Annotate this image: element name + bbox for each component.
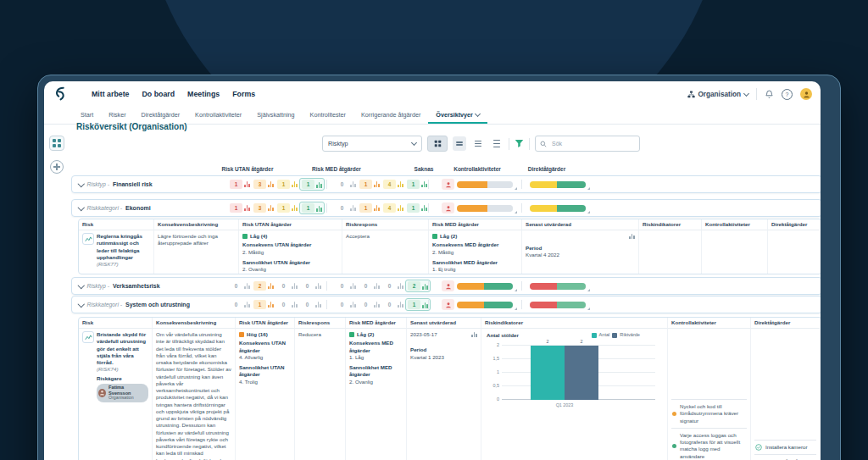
count-utan-yellow[interactable]: 1 [277,180,298,189]
subcol-respons: Riskrespons [342,219,428,230]
count-utan-red[interactable]: 1 [230,203,250,213]
count-med-green[interactable]: 2 [405,280,431,292]
tab-start[interactable]: Start [73,107,101,124]
bar-chart: 2 1,5 1 0,5 0 2 2 Q1 2023 [502,346,655,400]
tab-kontrollaktiviteter[interactable]: Kontrollaktiviteter [187,107,249,124]
risk-title[interactable]: Bristande skydd för värdefull utrustning… [97,331,146,365]
count-utan-red[interactable]: 0 [230,281,250,291]
count-utan-orange[interactable]: 3 [253,203,274,213]
group-row-finansiell-risk[interactable]: Risktyp - Finansiell risk 1 3 1 1 0 1 4 … [71,175,821,193]
history-chart-icon[interactable] [629,233,635,239]
risktyp-select[interactable]: Risktyp [322,136,422,152]
count-utan-red[interactable]: 0 [230,300,250,309]
chevron-down-icon[interactable] [78,204,85,211]
risk-title[interactable]: Reglerna kringgås rutinmässigt och leder… [97,233,142,260]
count-utan-orange[interactable]: 2 [253,281,274,291]
nav-item-forms[interactable]: Forms [232,90,255,98]
count-med-yellow[interactable]: 4 [383,203,403,213]
user-avatar[interactable] [800,88,812,100]
group-kind: Riskkategori - [87,302,123,308]
kontroll-item[interactable]: Nyckel och kod till förrådsutrymmena krä… [671,399,747,428]
count-utan-red[interactable]: 1 [230,180,250,189]
search-input[interactable] [550,140,621,147]
chevron-down-icon[interactable] [78,282,85,289]
subcol-respons: Riskrespons [294,318,345,329]
group-row-verksamhetsrisk[interactable]: Risktyp - Verksamhetsrisk 0 2 0 0 0 0 0 … [71,277,821,295]
divider [509,138,509,150]
bar-handle [587,211,590,213]
count-utan-green[interactable]: 0 [301,281,321,291]
count-utan-green[interactable]: 1 [299,178,325,191]
nav-item-meetings[interactable]: Meetings [187,90,220,98]
count-utan-orange[interactable]: 1 [253,300,274,309]
divider [428,300,429,309]
risk-trend-icon[interactable] [82,233,94,245]
chevron-down-icon[interactable] [78,180,85,187]
count-med-gray[interactable]: 0 [336,180,356,189]
count-med-gray[interactable]: 0 [336,203,356,213]
grid-icon [53,139,61,147]
subcol-risk: Risk [79,219,153,230]
filter-funnel-icon[interactable] [515,139,524,148]
count-med-yellow[interactable]: 4 [383,180,403,189]
count-med-orange[interactable]: 1 [359,180,380,189]
tab-kontrolltester[interactable]: Kontrolltester [303,107,353,124]
tab-risker[interactable]: Risker [101,107,133,124]
toolbar: Risktyp [322,136,640,152]
density-medium-button[interactable] [471,136,485,151]
nav-item-mitt-arbete[interactable]: Mitt arbete [92,90,129,98]
risk-med-cell: Låg (2) Konsekvens MED åtgärder2. Måttli… [428,230,521,274]
subcol-senast: Senast utvärderad [406,318,481,329]
primary-nav: Mitt arbete Do board Meetings Forms [92,90,255,98]
tab-direktatgarder[interactable]: Direktåtgärder [134,107,188,124]
chevron-down-icon [743,90,749,96]
count-med-green[interactable]: 1 [407,203,427,213]
count-med-orange[interactable]: 1 [359,203,380,213]
count-med-yellow[interactable]: 0 [383,281,403,291]
konsekvens-cell: Om vår värdefulla utrustning inte är til… [152,329,235,460]
count-med-orange[interactable]: 0 [359,281,380,291]
density-relaxed-button[interactable] [490,136,504,151]
bell-icon[interactable] [765,90,774,99]
count-utan-green[interactable]: 1 [299,202,325,214]
direkt-item[interactable]: Installera kameror [754,440,816,454]
history-chart-icon[interactable] [471,331,477,337]
col-header-kontrollaktiviteter: Kontrollaktiviteter [453,166,501,172]
direkt-item[interactable]: Nya kodlås på dörrarna [754,454,816,460]
kontroll-item[interactable]: Varje access loggas och fotograferas för… [671,428,747,460]
bar-riktvarde: 2 [565,346,598,400]
tab-sjalvskattning[interactable]: Självskattning [249,107,302,124]
tab-oversiktvyer[interactable]: Översiktvyer [428,107,487,124]
count-utan-yellow[interactable]: 1 [277,203,298,213]
count-med-red[interactable]: 0 [336,300,356,309]
bar-handle [515,211,517,213]
count-utan-yellow[interactable]: 0 [277,300,298,309]
help-icon[interactable]: ? [782,89,793,100]
chevron-down-icon[interactable] [78,301,85,308]
owner-chip[interactable]: Fatima Svensson Organisation [97,384,148,402]
group-view-button[interactable] [427,136,448,152]
count-med-green[interactable]: 1 [405,298,431,311]
risk-trend-icon[interactable] [82,331,94,343]
count-med-yellow[interactable]: 0 [383,300,403,309]
nav-item-do-board[interactable]: Do board [142,90,175,98]
chevron-down-icon [411,140,417,146]
tab-korrigerande-atgarder[interactable]: Korrigerande åtgärder [353,107,428,124]
group-row-system-och-utrustning[interactable]: Riskkategori - System och utrustning 0 1… [71,296,821,313]
count-med-green[interactable]: 1 [407,180,427,189]
count-med-red[interactable]: 0 [336,281,356,291]
count-med-orange[interactable]: 0 [359,300,380,309]
count-utan-orange[interactable]: 3 [253,180,274,189]
spaced-lines-icon [493,140,500,148]
count-utan-green[interactable]: 0 [301,300,321,309]
group-row-ekonomi[interactable]: Riskkategori - Ekonomi 1 3 1 1 0 1 4 1 [71,199,821,217]
subcol-indikatorer: Riskindikatorer [638,219,701,230]
overview-grid-button[interactable] [49,136,64,151]
organisation-selector[interactable]: Organisation [687,91,749,98]
count-utan-yellow[interactable]: 0 [277,281,298,291]
density-compact-button[interactable] [453,136,466,151]
add-view-button[interactable] [50,160,64,174]
divider [428,281,429,291]
app-window: Mitt arbete Do board Meetings Forms Orga… [44,81,821,460]
risk-table-ekonomi: Risk Konsekvensbeskrivning Risk UTAN åtg… [78,219,821,274]
